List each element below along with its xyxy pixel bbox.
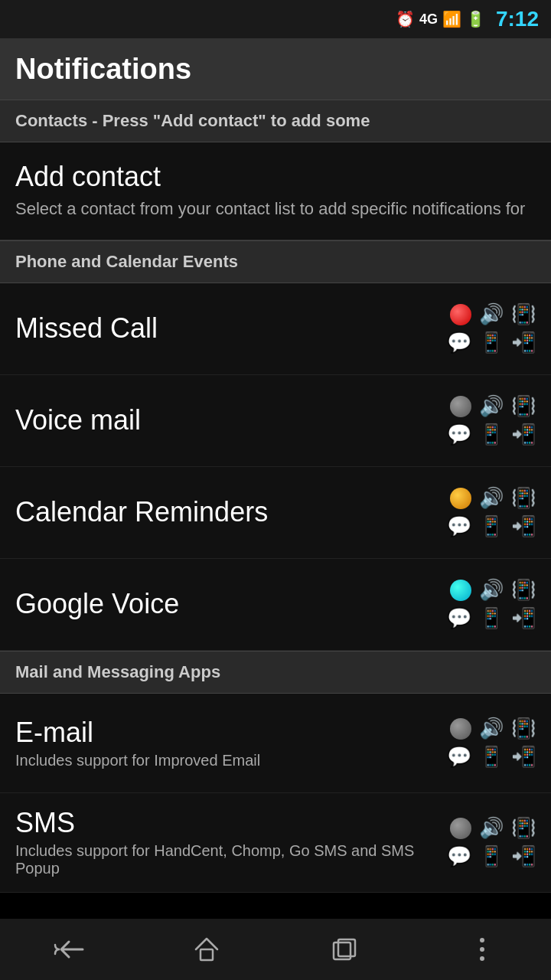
svg-point-5 [480,956,484,961]
email-vibrate-icon[interactable]: 📳 [511,717,536,740]
list-item-sms[interactable]: SMS Includes support for HandCent, Chomp… [0,793,551,893]
google-voice-bottom-icons: 💬 📱 📲 [447,606,536,630]
sms-extra-icon[interactable]: 📲 [511,844,536,868]
google-voice-phone-icon[interactable]: 📱 [479,606,504,630]
menu-button[interactable] [452,919,513,980]
missed-call-msg-icon[interactable]: 💬 [447,331,471,354]
svg-point-4 [480,947,484,952]
email-sound-icon[interactable]: 🔊 [479,717,504,740]
add-contact-title: Add contact [15,161,536,193]
google-voice-msg-icon[interactable]: 💬 [447,606,471,630]
calendar-reminders-sound-icon[interactable]: 🔊 [479,486,504,510]
battery-icon: 🔋 [466,10,485,28]
status-time: 7:12 [496,7,539,31]
recents-button[interactable] [314,919,375,980]
section-header-contacts: Contacts - Press "Add contact" to add so… [0,100,551,142]
voice-mail-led[interactable] [450,396,471,417]
sms-led[interactable] [450,818,471,839]
email-phone-icon[interactable]: 📱 [479,745,504,769]
svg-rect-0 [201,949,213,960]
email-msg-icon[interactable]: 💬 [447,745,471,769]
voice-mail-sound-icon[interactable]: 🔊 [479,394,504,418]
home-button[interactable] [176,919,237,980]
google-voice-top-icons: 🔊 📳 [450,578,536,602]
sms-vibrate-icon[interactable]: 📳 [511,816,536,840]
voice-mail-phone-icon[interactable]: 📱 [479,423,504,446]
google-voice-extra-icon[interactable]: 📲 [511,606,536,630]
sms-sound-icon[interactable]: 🔊 [479,816,504,840]
section-header-phone-calendar: Phone and Calendar Events [0,240,551,283]
google-voice-label: Google Voice [15,588,447,620]
sms-msg-icon[interactable]: 💬 [447,844,471,868]
email-led[interactable] [450,718,471,740]
calendar-top-icons: 🔊 📳 [450,486,536,510]
voice-mail-extra-icon[interactable]: 📲 [511,423,536,446]
missed-call-vibrate-icon[interactable]: 📳 [511,302,536,326]
calendar-reminders-phone-icon[interactable]: 📱 [479,514,504,538]
voice-mail-msg-icon[interactable]: 💬 [447,423,471,446]
list-item-missed-call[interactable]: Missed Call 🔊 📳 💬 📱 📲 [0,283,551,375]
sms-label: SMS Includes support for HandCent, Chomp… [15,807,447,877]
missed-call-bottom-icons: 💬 📱 📲 [447,331,536,354]
email-icons: 🔊 📳 💬 📱 📲 [447,717,536,769]
calendar-reminders-icons: 🔊 📳 💬 📱 📲 [447,486,536,538]
sms-top-icons: 🔊 📳 [450,816,536,840]
voice-mail-label: Voice mail [15,404,447,436]
calendar-bottom-icons: 💬 📱 📲 [447,514,536,538]
email-label: E-mail Includes support for Improved Ema… [15,717,447,769]
google-voice-led[interactable] [450,580,471,601]
add-contact-item[interactable]: Add contact Select a contact from your c… [0,142,551,240]
missed-call-icons: 🔊 📳 💬 📱 📲 [447,302,536,354]
signal-icon: 📶 [442,10,461,28]
calendar-reminders-label: Calendar Reminders [15,496,447,528]
missed-call-label: Missed Call [15,312,447,345]
sms-icons: 🔊 📳 💬 📱 📲 [447,816,536,868]
calendar-reminders-vibrate-icon[interactable]: 📳 [511,486,536,510]
app-bar: Notifications [0,38,551,100]
email-bottom-icons: 💬 📱 📲 [447,745,536,769]
voice-mail-top-icons: 🔊 📳 [450,394,536,418]
missed-call-top-icons: 🔊 📳 [450,302,536,326]
email-extra-icon[interactable]: 📲 [511,745,536,769]
add-contact-subtitle: Select a contact from your contact list … [15,198,536,221]
svg-point-3 [480,938,484,942]
page-title: Notifications [15,53,191,86]
missed-call-extra-icon[interactable]: 📲 [511,331,536,354]
sms-bottom-icons: 💬 📱 📲 [447,844,536,868]
list-item-calendar-reminders[interactable]: Calendar Reminders 🔊 📳 💬 📱 📲 [0,467,551,559]
back-button[interactable] [38,919,99,980]
list-item-email[interactable]: E-mail Includes support for Improved Ema… [0,694,551,793]
section-header-mail-messaging: Mail and Messaging Apps [0,651,551,694]
calendar-reminders-msg-icon[interactable]: 💬 [447,514,471,538]
status-bar: ⏰ 4G 📶 🔋 7:12 [0,0,551,38]
google-voice-vibrate-icon[interactable]: 📳 [511,578,536,602]
bottom-nav [0,919,551,980]
calendar-reminders-extra-icon[interactable]: 📲 [511,514,536,538]
voice-mail-icons: 🔊 📳 💬 📱 📲 [447,394,536,446]
4g-icon: 4G [419,11,438,28]
calendar-reminders-led[interactable] [450,488,471,509]
list-item-voice-mail[interactable]: Voice mail 🔊 📳 💬 📱 📲 [0,375,551,467]
alarm-icon: ⏰ [396,10,415,28]
list-item-google-voice[interactable]: Google Voice 🔊 📳 💬 📱 📲 [0,559,551,651]
missed-call-led[interactable] [450,304,471,325]
missed-call-phone-icon[interactable]: 📱 [479,331,504,354]
google-voice-sound-icon[interactable]: 🔊 [479,578,504,602]
status-icons: ⏰ 4G 📶 🔋 7:12 [396,7,539,31]
voice-mail-vibrate-icon[interactable]: 📳 [511,394,536,418]
voice-mail-bottom-icons: 💬 📱 📲 [447,423,536,446]
email-top-icons: 🔊 📳 [450,717,536,740]
sms-phone-icon[interactable]: 📱 [479,844,504,868]
missed-call-sound-icon[interactable]: 🔊 [479,302,504,326]
google-voice-icons: 🔊 📳 💬 📱 📲 [447,578,536,630]
content-area: Contacts - Press "Add contact" to add so… [0,100,551,919]
